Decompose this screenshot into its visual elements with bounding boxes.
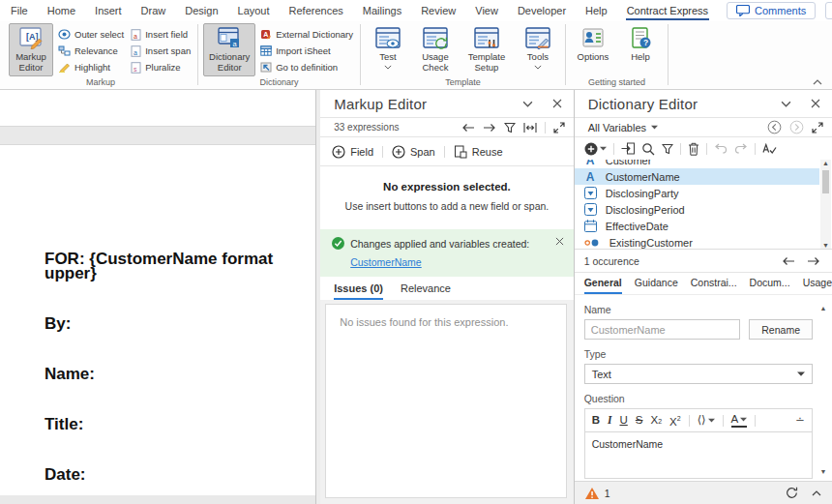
scroll-up-icon[interactable]: ▲	[820, 305, 827, 311]
tab-view[interactable]: View	[474, 1, 499, 20]
name-input[interactable]	[584, 319, 741, 340]
tab-layout[interactable]: Layout	[237, 1, 271, 20]
tab-help[interactable]: Help	[584, 1, 609, 20]
variable-row-disclosingparty[interactable]: DisclosingParty	[575, 185, 819, 201]
more-formatting-icon[interactable]: ⁥∸	[795, 415, 805, 426]
tab-documents[interactable]: Docum...	[750, 277, 790, 294]
tab-design[interactable]: Design	[184, 1, 219, 20]
pane-menu-chevron-icon[interactable]	[522, 101, 533, 107]
prev-occurrence-icon[interactable]	[782, 256, 795, 266]
insert-span-toolbar-button[interactable]: Span	[392, 145, 435, 159]
external-dictionary-button[interactable]: A External Dictionary	[258, 28, 355, 41]
notification-close-icon[interactable]	[555, 237, 564, 246]
document-page-2[interactable]: FOR: {CustomerName format upper} By: Nam…	[0, 144, 315, 495]
font-color-icon[interactable]: A	[731, 414, 748, 428]
undo-icon[interactable]	[714, 143, 728, 154]
fit-width-icon[interactable]	[523, 123, 537, 133]
comments-button[interactable]: Comments	[727, 2, 816, 19]
variable-row-disclosingperiod[interactable]: DisclosingPeriod	[575, 201, 819, 218]
code-markup-icon[interactable]: ⟨⟩	[698, 415, 715, 426]
document-canvas[interactable]: FOR: {CustomerName format upper} By: Nam…	[0, 90, 316, 504]
test-button[interactable]: Test	[366, 23, 410, 76]
collapse-status-icon[interactable]	[812, 490, 821, 496]
template-setup-button[interactable]: Template Setup	[461, 23, 513, 76]
variable-row-existingcustomer[interactable]: ExistingCustomer	[575, 234, 819, 250]
doc-line-date[interactable]: Date:	[45, 467, 315, 482]
question-text-editor[interactable]: CustomerName	[584, 431, 813, 479]
tab-draw[interactable]: Draw	[140, 1, 167, 20]
scroll-down-icon[interactable]: ▼	[820, 468, 827, 475]
tab-guidance[interactable]: Guidance	[635, 277, 678, 294]
doc-line-name[interactable]: Name:	[45, 367, 315, 381]
tab-issues[interactable]: Issues (0)	[334, 282, 383, 300]
tab-review[interactable]: Review	[420, 1, 457, 20]
options-button[interactable]: Options	[571, 23, 615, 76]
tab-insert[interactable]: Insert	[94, 1, 123, 20]
insert-span-button[interactable]: a Insert span	[129, 44, 193, 57]
variable-row-customername[interactable]: A CustomerName	[575, 168, 819, 185]
form-scrollbar[interactable]: ▲ ▼	[818, 305, 828, 475]
italic-icon[interactable]: I	[608, 415, 611, 426]
tab-relevance[interactable]: Relevance	[401, 282, 451, 300]
doc-line-by[interactable]: By:	[45, 316, 315, 331]
type-select[interactable]: Text	[584, 364, 813, 384]
import-isheet-button[interactable]: Import iSheet	[258, 44, 355, 57]
scroll-thumb[interactable]	[822, 170, 829, 193]
reuse-toolbar-button[interactable]: Reuse	[454, 145, 503, 159]
highlight-button[interactable]: Highlight	[56, 61, 126, 74]
redo-icon[interactable]	[734, 143, 748, 154]
doc-line-for[interactable]: FOR: {CustomerName format upper}	[45, 252, 315, 281]
scroll-down-icon[interactable]: ▼	[822, 242, 829, 249]
markup-editor-button[interactable]: [A] Markup Editor	[9, 23, 53, 76]
tab-usage[interactable]: Usage	[803, 277, 832, 294]
outer-select-button[interactable]: Outer select	[56, 28, 126, 41]
filter-icon[interactable]	[504, 122, 516, 133]
strikethrough-icon[interactable]: S	[636, 415, 643, 426]
underline-icon[interactable]: U	[619, 415, 627, 426]
usage-check-button[interactable]: Usage Check	[413, 23, 458, 76]
tab-home[interactable]: Home	[46, 1, 76, 20]
filter-icon[interactable]	[662, 143, 673, 155]
variable-scope-dropdown[interactable]: All Variables	[588, 122, 658, 133]
history-forward-icon[interactable]	[789, 120, 804, 134]
pluralize-button[interactable]: s Pluralize	[129, 61, 193, 74]
add-variable-button[interactable]	[584, 142, 607, 156]
tab-general[interactable]: General	[584, 277, 622, 294]
tab-developer[interactable]: Developer	[517, 1, 567, 20]
goto-definition-button[interactable]: Go to definition	[258, 61, 355, 74]
goto-occurrence-icon[interactable]	[621, 142, 635, 155]
pane-close-icon[interactable]	[552, 99, 562, 108]
tab-contract-express[interactable]: Contract Express	[626, 1, 709, 20]
tab-references[interactable]: References	[288, 1, 344, 20]
relevance-button[interactable]: Relevance	[56, 44, 126, 57]
pane-menu-chevron-icon[interactable]	[781, 101, 791, 107]
variable-row-effectivedate[interactable]: EffectiveDate	[575, 218, 819, 234]
insert-field-button[interactable]: a Insert field	[129, 28, 193, 41]
tab-mailings[interactable]: Mailings	[362, 1, 402, 20]
help-button[interactable]: ? Help	[618, 23, 663, 76]
superscript-icon[interactable]: X2	[669, 413, 681, 428]
refresh-icon[interactable]	[786, 487, 798, 499]
spellcheck-icon[interactable]	[762, 143, 777, 155]
variable-list-scrollbar[interactable]: ▲ ▼	[820, 160, 831, 249]
subscript-icon[interactable]: X2	[650, 415, 662, 427]
share-button[interactable]: Share	[825, 2, 832, 19]
expand-pane-icon[interactable]	[812, 122, 823, 133]
next-expression-icon[interactable]	[483, 123, 496, 133]
rename-button[interactable]: Rename	[749, 319, 813, 340]
next-occurrence-icon[interactable]	[807, 256, 820, 266]
bold-icon[interactable]: B	[592, 415, 600, 426]
expand-pane-icon[interactable]	[553, 122, 565, 133]
pane-close-icon[interactable]	[811, 99, 820, 108]
doc-line-title[interactable]: Title:	[45, 417, 315, 431]
document-page-1[interactable]	[0, 90, 315, 127]
search-icon[interactable]	[641, 142, 655, 156]
customer-name-link[interactable]: CustomerName	[350, 256, 422, 268]
tools-button[interactable]: Tools	[516, 23, 560, 76]
tab-constraints[interactable]: Constrai...	[691, 277, 737, 294]
delete-variable-icon[interactable]	[688, 142, 699, 156]
scroll-up-icon[interactable]: ▲	[822, 160, 829, 166]
prev-expression-icon[interactable]	[461, 123, 475, 133]
collapse-ribbon-icon[interactable]	[813, 79, 822, 85]
tab-file[interactable]: File	[10, 1, 29, 20]
